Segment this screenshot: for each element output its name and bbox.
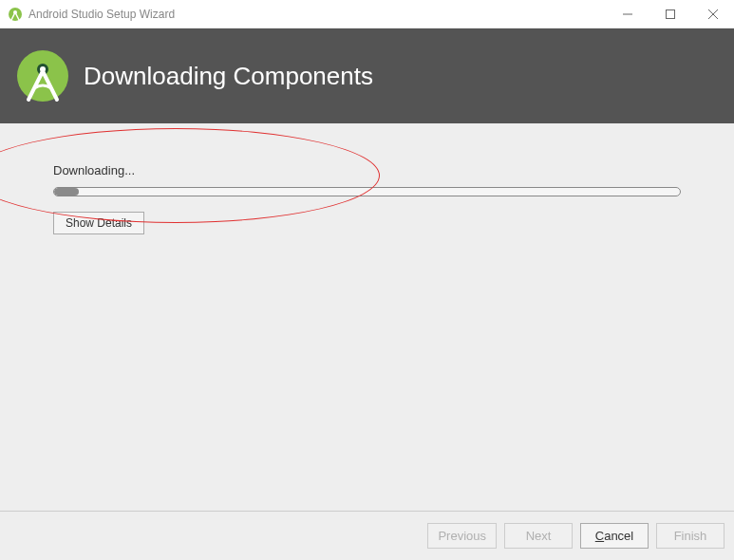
- content-area: Downloading... Show Details: [0, 123, 734, 511]
- svg-point-6: [17, 50, 68, 102]
- window-title: Android Studio Setup Wizard: [28, 8, 175, 21]
- footer: Previous Next Cancel Finish: [0, 511, 734, 560]
- minimize-button[interactable]: [606, 0, 649, 28]
- progress-bar: [53, 187, 681, 196]
- android-studio-icon: [15, 48, 70, 103]
- window-controls: [606, 0, 734, 28]
- page-title: Downloading Components: [84, 62, 373, 91]
- titlebar: Android Studio Setup Wizard: [0, 0, 734, 28]
- show-details-button[interactable]: Show Details: [53, 212, 144, 234]
- close-button[interactable]: [691, 0, 734, 28]
- next-button: Next: [504, 523, 573, 549]
- progress-fill: [54, 188, 79, 196]
- maximize-button[interactable]: [649, 0, 691, 28]
- previous-button: Previous: [427, 523, 497, 549]
- app-icon: [8, 7, 23, 22]
- cancel-button[interactable]: Cancel: [580, 523, 649, 549]
- finish-button: Finish: [656, 523, 725, 549]
- header-banner: Downloading Components: [0, 28, 734, 123]
- status-label: Downloading...: [53, 163, 681, 177]
- svg-rect-3: [666, 10, 674, 19]
